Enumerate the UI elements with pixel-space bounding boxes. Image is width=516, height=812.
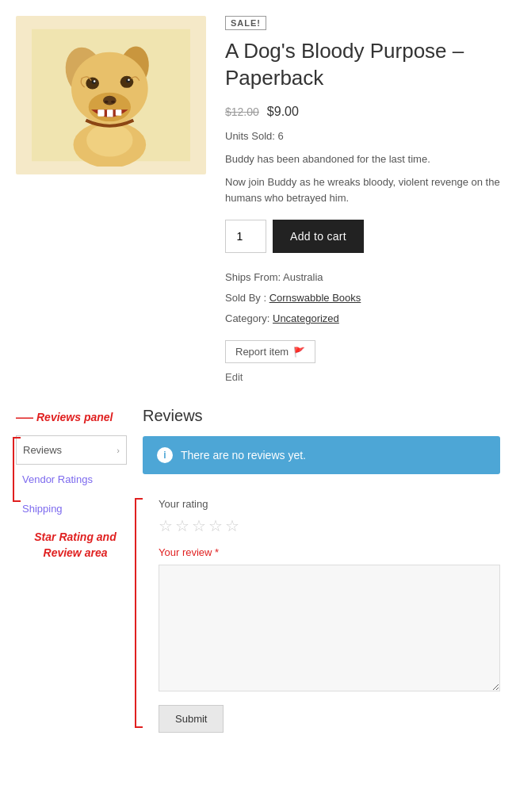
- svg-rect-10: [116, 109, 122, 116]
- price-current: $9.00: [267, 105, 299, 119]
- svg-point-16: [128, 79, 130, 82]
- star-2[interactable]: ☆: [175, 516, 189, 535]
- stars-row[interactable]: ☆ ☆ ☆ ☆ ☆: [159, 516, 500, 535]
- bottom-section: — Reviews panel Reviews › Vendor Ratings…: [16, 407, 500, 733]
- no-reviews-text: There are no reviews yet.: [181, 449, 306, 462]
- product-title: A Dog's Bloody Purpose – Paperback: [225, 38, 500, 92]
- chevron-right-icon: ›: [117, 446, 120, 455]
- review-label: Your review *: [159, 546, 500, 558]
- review-textarea[interactable]: [159, 565, 500, 691]
- submit-button[interactable]: Submit: [159, 705, 224, 733]
- category-link[interactable]: Uncategorized: [273, 312, 339, 324]
- edit-link[interactable]: Edit: [225, 371, 500, 383]
- sidebar-reviews-label: Reviews: [23, 444, 62, 456]
- report-item-label: Report item: [235, 346, 289, 358]
- add-to-cart-row: Add to cart: [225, 220, 500, 253]
- quantity-input[interactable]: [225, 220, 266, 253]
- star-5[interactable]: ☆: [225, 516, 239, 535]
- svg-point-13: [94, 80, 96, 82]
- svg-rect-8: [97, 109, 104, 116]
- star-rating-annotation: Star Rating andReview area: [20, 530, 131, 561]
- product-details: SALE! A Dog's Bloody Purpose – Paperback…: [225, 16, 500, 388]
- no-reviews-banner: i There are no reviews yet.: [143, 436, 500, 474]
- sold-by-link[interactable]: Cornswabble Books: [269, 292, 361, 304]
- product-section: SALE! A Dog's Bloody Purpose – Paperback…: [16, 16, 500, 388]
- main-content: Reviews i There are no reviews yet. Star…: [143, 407, 500, 733]
- svg-point-5: [103, 96, 117, 105]
- info-icon: i: [157, 447, 173, 463]
- description-1: Buddy has been abandoned for the last ti…: [225, 151, 500, 167]
- svg-point-7: [111, 101, 115, 103]
- rating-form-section: Star Rating andReview area Your rating ☆…: [143, 498, 500, 733]
- ships-from: Ships From: Australia: [225, 267, 500, 288]
- product-image: [16, 16, 206, 174]
- sidebar-item-vendor-ratings[interactable]: Vendor Ratings: [16, 465, 127, 493]
- svg-rect-9: [107, 109, 113, 117]
- price-original: $12.00: [225, 105, 259, 118]
- sold-by: Sold By : Cornswabble Books: [225, 288, 500, 308]
- report-item-button[interactable]: Report item 🚩: [225, 340, 315, 363]
- description-2: Now join Buddy as he wreaks bloody, viol…: [225, 174, 500, 205]
- page-wrapper: SALE! A Dog's Bloody Purpose – Paperback…: [0, 0, 516, 749]
- sidebar-item-reviews[interactable]: Reviews ›: [16, 435, 127, 465]
- svg-point-18: [86, 124, 132, 157]
- reviews-heading: Reviews: [143, 407, 500, 425]
- category-label: Category:: [225, 312, 269, 324]
- sale-badge: SALE!: [225, 16, 266, 30]
- rating-label: Your rating: [159, 498, 500, 510]
- star-3[interactable]: ☆: [192, 516, 206, 535]
- add-to-cart-button[interactable]: Add to cart: [273, 220, 364, 253]
- ships-from-label: Ships From:: [225, 271, 281, 283]
- units-sold: Units Sold: 6: [225, 130, 500, 142]
- category: Category: Uncategorized: [225, 308, 500, 329]
- ships-from-value: Australia: [283, 271, 323, 283]
- sidebar: — Reviews panel Reviews › Vendor Ratings…: [16, 407, 143, 733]
- flag-icon: 🚩: [293, 347, 305, 358]
- sold-by-label: Sold By :: [225, 292, 266, 304]
- required-marker: *: [215, 546, 219, 558]
- reviews-panel-annotation: Reviews panel: [36, 411, 113, 423]
- sidebar-item-shipping[interactable]: Shipping: [16, 495, 127, 523]
- star-1[interactable]: ☆: [159, 516, 173, 535]
- svg-point-6: [105, 101, 109, 103]
- price-container: $12.00 $9.00: [225, 105, 500, 119]
- rating-form: Your rating ☆ ☆ ☆ ☆ ☆ Your review * Subm: [159, 498, 500, 733]
- meta-info: Ships From: Australia Sold By : Cornswab…: [225, 267, 500, 329]
- star-4[interactable]: ☆: [208, 516, 223, 535]
